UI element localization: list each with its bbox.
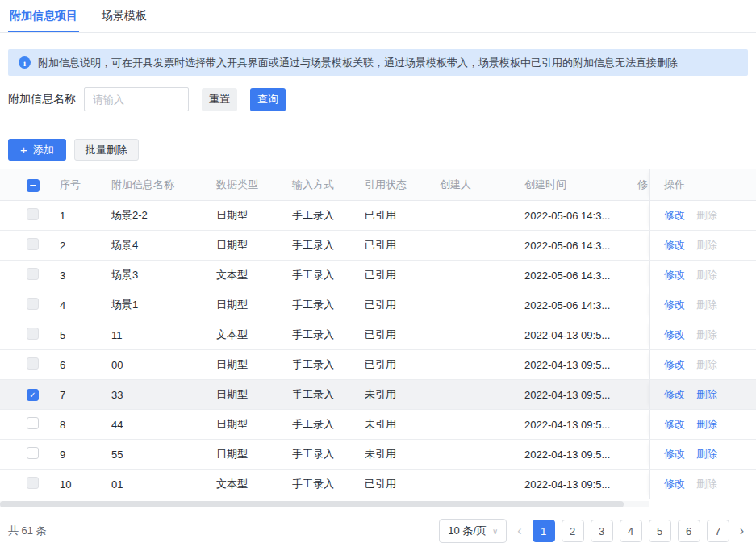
cell-created_at: 2022-04-13 09:5... <box>510 419 623 431</box>
search-form: 附加信息名称 重置 查询 <box>8 86 748 112</box>
cell-cb <box>0 357 45 372</box>
cell-name: 00 <box>97 359 202 371</box>
cell-input_method: 手工录入 <box>278 238 350 253</box>
cell-data_type: 文本型 <box>202 477 278 491</box>
info-banner-text: 附加信息说明，可在开具发票时选择带入开具界面或通过与场景模板关联，通过场景模板带… <box>38 56 678 70</box>
select-all-checkbox[interactable] <box>27 179 40 192</box>
cell-created_at: 2022-04-13 09:5... <box>510 329 623 341</box>
next-page-button[interactable]: › <box>736 524 748 538</box>
cell-created_at: 2022-04-13 09:5... <box>510 478 623 491</box>
delete-link: 删除 <box>696 208 717 223</box>
row-checkbox[interactable] <box>27 447 39 459</box>
delete-link: 删除 <box>696 268 717 282</box>
cell-cb <box>0 417 45 432</box>
modify-link[interactable]: 修改 <box>664 357 685 372</box>
page-button-2[interactable]: 2 <box>562 520 584 542</box>
reset-button[interactable]: 重置 <box>202 88 237 111</box>
modify-link[interactable]: 修改 <box>664 417 685 432</box>
delete-link[interactable]: 删除 <box>696 387 717 402</box>
row-checkbox <box>27 238 39 250</box>
row-checkbox <box>27 357 39 370</box>
row-checkbox <box>27 268 39 280</box>
cell-input_method: 手工录入 <box>278 298 350 312</box>
cell-name: 01 <box>97 478 202 491</box>
tab-scene-template[interactable]: 场景模板 <box>100 0 148 32</box>
row-checkbox[interactable] <box>27 417 39 429</box>
modify-link[interactable]: 修改 <box>664 387 685 402</box>
modify-link[interactable]: 修改 <box>664 208 685 223</box>
header-cell: 序号 <box>45 178 97 192</box>
cell-actions: 修改删除 <box>649 231 756 260</box>
plus-icon: + <box>20 144 27 156</box>
batch-delete-button[interactable]: 批量删除 <box>74 139 139 161</box>
cell-cb <box>0 208 45 223</box>
page-button-1[interactable]: 1 <box>533 520 555 542</box>
cell-name: 55 <box>97 449 202 461</box>
query-button[interactable]: 查询 <box>250 88 286 111</box>
cell-created_at: 2022-04-13 09:5... <box>510 389 623 401</box>
cell-seq: 10 <box>45 478 97 491</box>
cell-input_method: 手工录入 <box>278 268 350 282</box>
page-button-3[interactable]: 3 <box>591 520 613 542</box>
modify-link[interactable]: 修改 <box>664 298 685 312</box>
table-row: 600日期型手工录入已引用2022-04-13 09:5...修改删除 <box>0 350 756 380</box>
cell-input_method: 手工录入 <box>278 417 350 432</box>
page-button-7[interactable]: 7 <box>707 520 729 542</box>
table-row: 955日期型手工录入未引用2022-04-13 09:5...修改删除 <box>0 440 756 470</box>
cell-data_type: 日期型 <box>202 417 278 432</box>
cell-ref_status: 未引用 <box>350 417 425 432</box>
cell-cb <box>0 238 45 253</box>
search-field-label: 附加信息名称 <box>8 92 76 107</box>
cell-actions: 修改删除 <box>649 290 756 320</box>
cell-actions: 修改删除 <box>649 380 756 409</box>
cell-created_at: 2022-05-06 14:3... <box>510 269 623 282</box>
modify-link[interactable]: 修改 <box>664 328 685 342</box>
cell-actions: 修改删除 <box>649 410 756 439</box>
cell-cb <box>0 477 45 491</box>
cell-ref_status: 已引用 <box>350 268 425 282</box>
chevron-down-icon: ∨ <box>492 527 498 536</box>
page-button-4[interactable]: 4 <box>620 520 642 542</box>
cell-input_method: 手工录入 <box>278 387 350 402</box>
page-button-6[interactable]: 6 <box>678 520 700 542</box>
table-row: 511文本型手工录入已引用2022-04-13 09:5...修改删除 <box>0 320 756 350</box>
tab-additional-info-items[interactable]: 附加信息项目 <box>8 0 79 32</box>
row-checkbox[interactable]: ✓ <box>27 389 39 401</box>
tab-bar: 附加信息项目 场景模板 <box>0 0 756 33</box>
add-button[interactable]: + 添加 <box>8 139 66 161</box>
modify-link[interactable]: 修改 <box>664 238 685 253</box>
table-row: 2场景4日期型手工录入已引用2022-05-06 14:3...修改删除 <box>0 231 756 261</box>
modify-link[interactable]: 修改 <box>664 447 685 462</box>
table-row: 3场景3文本型手工录入已引用2022-05-06 14:3...修改删除 <box>0 261 756 290</box>
table-row: ✓733日期型手工录入未引用2022-04-13 09:5...修改删除 <box>0 380 756 410</box>
row-checkbox <box>27 208 39 220</box>
delete-link: 删除 <box>696 298 717 312</box>
total-count-text: 共 61 条 <box>8 524 47 538</box>
cell-created_at: 2022-05-06 14:3... <box>510 240 623 252</box>
cell-actions: 修改删除 <box>649 440 756 469</box>
cell-ref_status: 已引用 <box>350 477 425 491</box>
page-size-select[interactable]: 10 条/页 ∨ <box>439 519 507 543</box>
header-cell: 修 <box>623 178 649 192</box>
page-button-5[interactable]: 5 <box>649 520 671 542</box>
cell-data_type: 文本型 <box>202 268 278 282</box>
header-cell: 引用状态 <box>350 178 425 192</box>
horizontal-scrollbar[interactable] <box>0 501 624 507</box>
cell-seq: 8 <box>45 419 97 431</box>
additional-info-name-input[interactable] <box>84 87 189 111</box>
modify-link[interactable]: 修改 <box>664 477 685 491</box>
cell-ref_status: 未引用 <box>350 447 425 462</box>
delete-link: 删除 <box>696 477 717 491</box>
cell-name: 场景3 <box>97 268 202 282</box>
delete-link[interactable]: 删除 <box>696 417 717 432</box>
cell-cb <box>0 328 45 342</box>
cell-created_at: 2022-05-06 14:3... <box>510 210 623 222</box>
modify-link[interactable]: 修改 <box>664 268 685 282</box>
table-body: 1场景2-2日期型手工录入已引用2022-05-06 14:3...修改删除2场… <box>0 201 756 499</box>
header-cell: 输入方式 <box>278 178 350 192</box>
cell-name: 33 <box>97 389 202 401</box>
cell-ref_status: 已引用 <box>350 238 425 253</box>
prev-page-button[interactable]: ‹ <box>513 524 525 538</box>
delete-link[interactable]: 删除 <box>696 447 717 462</box>
cell-seq: 3 <box>45 269 97 282</box>
